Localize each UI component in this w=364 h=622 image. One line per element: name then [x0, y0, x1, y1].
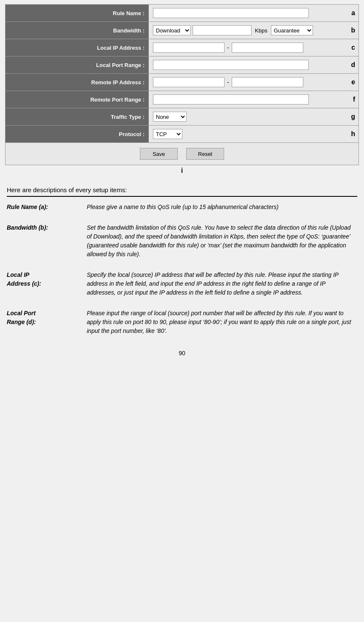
row-e-letter: e — [350, 78, 359, 86]
local-ip-input-cell: - — [149, 40, 350, 55]
traffic-type-select[interactable]: None VOIP Streaming Gaming — [153, 112, 187, 122]
desc-label-3: Local Port Range (d): — [7, 303, 87, 341]
remote-port-row: Remote Port Range : f — [5, 91, 359, 108]
local-ip-dash: - — [226, 44, 230, 51]
desc-label-1: Bandwidth (b): — [7, 217, 87, 265]
desc-row-2: Local IP Address (c):Specify the local (… — [7, 265, 357, 303]
desc-text-0: Please give a name to this QoS rule (up … — [87, 197, 357, 217]
traffic-type-row: Traffic Type : None VOIP Streaming Gamin… — [5, 108, 359, 126]
desc-text-3: Please input the range of local (source)… — [87, 303, 357, 341]
desc-text-1: Set the bandwidth limitation of this QoS… — [87, 217, 357, 265]
protocol-input-cell: TCP UDP Both — [149, 126, 350, 142]
desc-text-2: Specify the local (source) IP address th… — [87, 265, 357, 303]
desc-row-1: Bandwidth (b):Set the bandwidth limitati… — [7, 217, 357, 265]
bandwidth-row: Bandwidth : Download Upload Kbps Guarant… — [5, 22, 359, 39]
page-number: 90 — [0, 350, 364, 365]
desc-label-0: Rule Name (a): — [7, 197, 87, 217]
remote-ip-input-cell: - — [149, 75, 350, 90]
local-port-row: Local Port Range : d — [5, 56, 359, 74]
local-port-input[interactable] — [153, 60, 309, 70]
row-f-letter: f — [350, 96, 359, 103]
row-g-letter: g — [350, 113, 359, 121]
desc-intro: Here are descriptions of every setup ite… — [7, 186, 357, 193]
rule-name-input-cell — [149, 5, 350, 21]
row-b-letter: b — [350, 27, 359, 34]
local-ip-row: Local IP Address : - c — [5, 39, 359, 56]
traffic-type-label: Traffic Type : — [5, 108, 149, 125]
protocol-row: Protocol : TCP UDP Both h — [5, 126, 359, 143]
desc-row-0: Rule Name (a):Please give a name to this… — [7, 197, 357, 217]
remote-port-input-cell — [149, 92, 350, 107]
bandwidth-kbps-input[interactable] — [193, 25, 252, 35]
rule-name-row: Rule Name : a — [5, 5, 359, 22]
traffic-type-input-cell: None VOIP Streaming Gaming — [149, 109, 350, 124]
remote-ip-dash: - — [226, 79, 230, 86]
rule-name-label: Rule Name : — [5, 5, 149, 21]
protocol-label: Protocol : — [5, 126, 149, 142]
desc-row-3: Local Port Range (d):Please input the ra… — [7, 303, 357, 341]
local-port-input-cell — [149, 57, 350, 72]
desc-label-2: Local IP Address (c): — [7, 265, 87, 303]
local-port-label: Local Port Range : — [5, 56, 149, 73]
qos-form: Rule Name : a Bandwidth : Download Uploa… — [5, 4, 359, 165]
protocol-select[interactable]: TCP UDP Both — [153, 129, 182, 139]
remote-port-label: Remote Port Range : — [5, 91, 149, 108]
row-c-letter: c — [350, 44, 359, 51]
remote-ip-end-input[interactable] — [232, 77, 303, 87]
reset-button[interactable]: Reset — [186, 148, 224, 160]
remote-ip-label: Remote IP Address : — [5, 74, 149, 91]
bandwidth-input-cell: Download Upload Kbps Guarantee Max — [149, 23, 350, 38]
remote-ip-start-input[interactable] — [153, 77, 225, 87]
row-h-letter: h — [350, 130, 359, 138]
remote-port-input[interactable] — [153, 94, 309, 105]
description-section: Here are descriptions of every setup ite… — [5, 186, 359, 341]
bandwidth-label: Bandwidth : — [5, 22, 149, 39]
row-i-label: i — [0, 165, 364, 179]
save-button[interactable]: Save — [140, 148, 178, 160]
row-d-letter: d — [350, 61, 359, 69]
row-a-letter: a — [350, 9, 359, 17]
bandwidth-guarantee-select[interactable]: Guarantee Max — [271, 25, 313, 35]
local-ip-label: Local IP Address : — [5, 39, 149, 56]
rule-name-input[interactable] — [153, 8, 309, 18]
local-ip-end-input[interactable] — [232, 43, 303, 53]
kbps-label: Kbps — [253, 27, 269, 34]
local-ip-start-input[interactable] — [153, 43, 225, 53]
desc-table: Rule Name (a):Please give a name to this… — [7, 197, 357, 341]
remote-ip-row: Remote IP Address : - e — [5, 74, 359, 91]
bandwidth-direction-select[interactable]: Download Upload — [153, 25, 191, 35]
button-row: Save Reset — [5, 143, 359, 165]
